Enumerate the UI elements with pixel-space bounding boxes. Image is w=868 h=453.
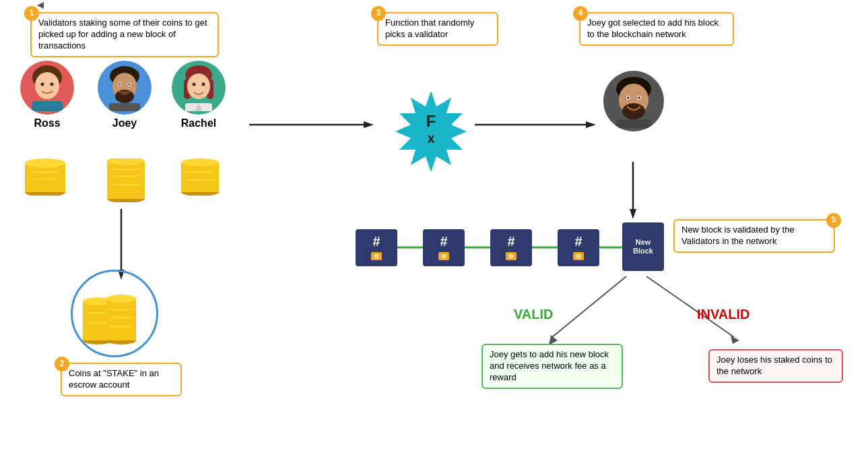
step2-callout: 2 Coins at "STAKE" in an escrow account xyxy=(61,363,182,396)
invalid-label: INVALID xyxy=(697,307,750,322)
svg-point-85 xyxy=(376,255,378,258)
svg-point-33 xyxy=(202,83,205,86)
hash-symbol-2: # xyxy=(440,234,447,249)
joey-selected-avatar xyxy=(603,71,664,131)
hash-symbol-4: # xyxy=(574,234,582,249)
person-joey: Joey xyxy=(98,61,152,129)
svg-point-25 xyxy=(129,84,131,86)
svg-rect-21 xyxy=(109,103,140,111)
invalid-outcome-box: Joey loses his staked coins to the netwo… xyxy=(708,349,843,383)
joey-label: Joey xyxy=(98,117,152,129)
svg-point-40 xyxy=(25,158,65,168)
svg-rect-62 xyxy=(616,119,651,128)
escrow-coins xyxy=(77,280,152,350)
svg-point-66 xyxy=(638,96,640,99)
svg-point-32 xyxy=(193,83,196,86)
step4-callout: 4 Joey got selected to add his block to … xyxy=(579,12,734,46)
step2-badge: 2 xyxy=(55,357,69,371)
svg-point-65 xyxy=(627,96,630,99)
blockchain-block-1: # xyxy=(356,229,397,266)
hash-symbol-3: # xyxy=(507,234,514,249)
ross-coins xyxy=(22,158,69,198)
svg-point-24 xyxy=(119,84,121,86)
svg-point-61 xyxy=(622,103,645,119)
step1-badge: 1 xyxy=(24,6,39,21)
valid-outcome-text: Joey gets to add his new block and recei… xyxy=(490,349,609,382)
step4-text: Joey got selected to add his block to th… xyxy=(587,18,719,39)
svg-line-9 xyxy=(552,276,626,337)
new-block-label2: Block xyxy=(633,247,653,255)
fx-shape: F x xyxy=(387,88,475,178)
svg-point-94 xyxy=(578,255,580,258)
step5-badge: 5 xyxy=(826,213,841,228)
svg-point-56 xyxy=(181,158,219,167)
svg-text:x: x xyxy=(427,131,434,146)
svg-marker-7 xyxy=(630,209,636,219)
rachel-label: Rachel xyxy=(172,117,226,129)
back-arrow-icon xyxy=(37,2,44,9)
step2-text: Coins at "STAKE" in an escrow account xyxy=(69,368,159,390)
joey-coins xyxy=(102,158,149,205)
person-rachel: Rachel xyxy=(172,61,226,129)
svg-point-17 xyxy=(51,83,54,86)
blockchain-block-2: # xyxy=(423,229,465,266)
diagram: 1 Validators staking some of their coins… xyxy=(0,0,868,453)
svg-point-82 xyxy=(106,295,136,303)
valid-label: VALID xyxy=(514,307,554,322)
step1-text: Validators staking some of their coins t… xyxy=(38,18,207,51)
svg-text:F: F xyxy=(426,112,436,130)
invalid-outcome-text: Joey loses his staked coins to the netwo… xyxy=(716,355,832,376)
svg-rect-15 xyxy=(32,101,63,111)
step5-text: New block is validated by the Validators… xyxy=(681,224,795,246)
new-block: New Block xyxy=(622,222,664,271)
step5-callout: 5 New block is validated by the Validato… xyxy=(673,219,835,253)
blockchain-block-3: # xyxy=(490,229,532,266)
rachel-coins xyxy=(176,158,224,198)
new-block-label: New xyxy=(636,238,651,247)
ross-label: Ross xyxy=(20,117,74,129)
svg-point-16 xyxy=(41,83,44,86)
person-ross: Ross xyxy=(20,61,74,129)
step1-callout: 1 Validators staking some of their coins… xyxy=(30,12,219,57)
svg-point-29 xyxy=(187,73,210,99)
svg-point-91 xyxy=(510,255,512,258)
step3-badge: 3 xyxy=(371,6,386,21)
step4-badge: 4 xyxy=(573,6,588,21)
step3-callout: 3 Function that randomly picks a validat… xyxy=(377,12,498,46)
svg-point-14 xyxy=(35,72,59,99)
blockchain-block-4: # xyxy=(558,229,599,266)
hash-symbol-1: # xyxy=(372,234,380,249)
svg-marker-12 xyxy=(731,336,739,344)
step3-text: Function that randomly picks a validator xyxy=(385,18,474,39)
svg-marker-3 xyxy=(586,121,596,128)
svg-marker-1 xyxy=(364,121,374,128)
valid-outcome-box: Joey gets to add his new block and recei… xyxy=(481,344,623,389)
svg-point-88 xyxy=(443,255,445,258)
